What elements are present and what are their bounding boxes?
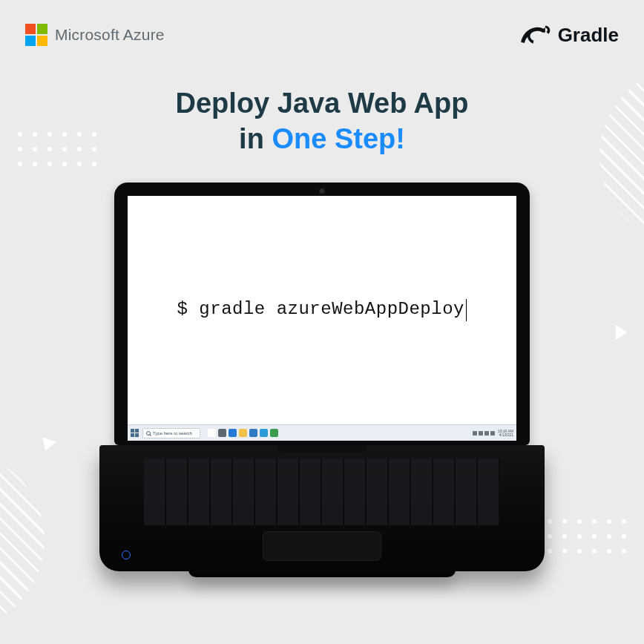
microsoft-azure-logo: Microsoft Azure xyxy=(25,24,165,46)
taskbar-search-placeholder: Type here to search xyxy=(153,431,192,436)
system-tray[interactable]: 10:10 AM 4/1/2021 xyxy=(473,430,513,437)
gradle-logo-text: Gradle xyxy=(558,24,619,47)
laptop-lid: $ gradle azureWebAppDeploy Type here to … xyxy=(114,183,530,445)
tray-volume-icon[interactable] xyxy=(484,431,489,436)
cortana-icon[interactable] xyxy=(208,429,216,437)
svg-point-0 xyxy=(539,32,542,34)
taskbar-search[interactable]: Type here to search xyxy=(142,428,200,438)
tray-battery-icon[interactable] xyxy=(490,431,495,436)
laptop-hinge xyxy=(277,445,367,453)
decor-dots-bottom-right xyxy=(548,519,626,553)
windows-taskbar: Type here to search xyxy=(128,424,516,441)
search-icon xyxy=(146,431,151,436)
store-icon[interactable] xyxy=(260,429,268,437)
shield-icon[interactable] xyxy=(270,429,278,437)
headline-line2-accent: One Step! xyxy=(272,123,404,154)
azure-logo-text: Microsoft Azure xyxy=(55,26,165,44)
taskbar-clock[interactable]: 10:10 AM 4/1/2021 xyxy=(498,430,513,437)
terminal-line: $ gradle azureWebAppDeploy xyxy=(177,299,467,322)
tray-status-icons xyxy=(473,431,495,436)
power-indicator-icon xyxy=(122,551,131,559)
laptop-keyboard-deck xyxy=(99,445,545,571)
laptop-trackpad xyxy=(263,531,381,561)
laptop-camera xyxy=(320,188,325,194)
tray-network-icon[interactable] xyxy=(479,431,483,436)
terminal-command: $ gradle azureWebAppDeploy xyxy=(177,299,464,319)
gradle-elephant-icon xyxy=(518,22,551,47)
taskbar-pinned-apps xyxy=(208,429,278,437)
terminal-cursor xyxy=(466,299,467,321)
decor-triangle-left xyxy=(39,437,56,453)
terminal-window: $ gradle azureWebAppDeploy xyxy=(128,196,516,424)
gradle-logo: Gradle xyxy=(518,22,619,47)
tray-chevron-icon[interactable] xyxy=(473,431,477,436)
edge-icon[interactable] xyxy=(229,429,237,437)
headline-line1: Deploy Java Web App xyxy=(176,88,469,119)
taskview-icon[interactable] xyxy=(218,429,226,437)
microsoft-icon xyxy=(25,24,47,46)
explorer-icon[interactable] xyxy=(239,429,247,437)
decor-triangle-right xyxy=(616,325,628,340)
laptop-mockup: $ gradle azureWebAppDeploy Type here to … xyxy=(99,183,545,577)
headline: Deploy Java Web App in One Step! xyxy=(0,86,644,157)
taskbar-date: 4/1/2021 xyxy=(498,433,513,437)
laptop-screen: $ gradle azureWebAppDeploy Type here to … xyxy=(128,196,516,441)
start-button[interactable] xyxy=(131,429,139,438)
header: Microsoft Azure Gradle xyxy=(25,22,619,47)
headline-line2-prefix: in xyxy=(239,123,272,154)
mail-icon[interactable] xyxy=(249,429,257,437)
laptop-keyboard xyxy=(144,459,500,525)
